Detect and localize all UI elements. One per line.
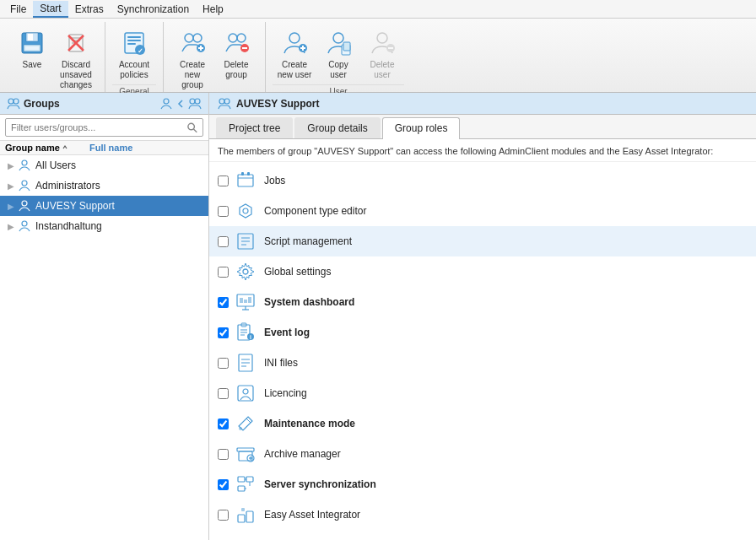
svg-point-30 — [333, 33, 343, 43]
role-label-archive-manager: Archive manager — [264, 448, 341, 460]
menu-help[interactable]: Help — [196, 2, 230, 17]
account-policies-button[interactable]: ✓ Account policies — [112, 25, 156, 83]
tree-expander: ▶ — [5, 202, 17, 211]
menu-file[interactable]: File — [3, 2, 33, 17]
role-item-component-type-editor[interactable]: Component type editor — [209, 196, 756, 226]
role-checkbox-event-log[interactable] — [218, 327, 229, 338]
svg-rect-86 — [246, 477, 253, 482]
delete-group-button[interactable]: Delete group — [214, 25, 258, 83]
svg-point-47 — [219, 99, 224, 104]
svg-point-22 — [229, 34, 237, 42]
svg-rect-4 — [25, 46, 39, 50]
col-headers: Group name Full name — [0, 141, 208, 155]
tab-project-tree[interactable]: Project tree — [216, 117, 293, 138]
role-checkbox-script-management[interactable] — [218, 236, 229, 247]
svg-line-42 — [193, 129, 197, 132]
svg-point-39 — [190, 99, 195, 104]
search-input[interactable] — [11, 122, 186, 132]
create-new-group-button[interactable]: Create new group — [170, 25, 214, 93]
svg-point-23 — [237, 34, 246, 42]
role-item-easy-asset-integrator[interactable]: Easy Asset Integrator — [209, 500, 756, 530]
role-checkbox-licencing[interactable] — [218, 388, 229, 399]
delete-user-button[interactable]: Delete user — [360, 25, 404, 83]
user-icon — [159, 97, 173, 111]
menu-start[interactable]: Start — [33, 1, 68, 18]
svg-text:✓: ✓ — [138, 47, 143, 55]
svg-rect-49 — [238, 175, 253, 186]
discard-button[interactable]: Discard unsaved changes — [54, 25, 98, 93]
role-item-licencing[interactable]: Licencing — [209, 378, 756, 408]
tab-content: The members of group "AUVESY Support" ca… — [209, 139, 756, 540]
role-checkbox-ini-files[interactable] — [218, 358, 229, 369]
role-checkbox-global-settings[interactable] — [218, 267, 229, 278]
role-item-event-log[interactable]: iEvent log — [209, 317, 756, 348]
svg-point-17 — [185, 34, 193, 42]
tree-item-auvesy-support[interactable]: ▶AUVESY Support — [0, 196, 208, 216]
svg-rect-63 — [244, 300, 247, 303]
role-icon-system-dashboard — [234, 290, 257, 314]
tree-list: ▶All Users▶Administrators▶AUVESY Support… — [0, 155, 208, 540]
col-full-name: Full name — [89, 143, 132, 153]
tree-expander: ▶ — [5, 161, 17, 170]
role-item-ini-files[interactable]: INI files — [209, 348, 756, 378]
role-list: JobsComponent type editorScript manageme… — [209, 162, 756, 533]
role-item-system-dashboard[interactable]: System dashboard — [209, 287, 756, 317]
tree-item-administrators[interactable]: ▶Administrators — [0, 176, 208, 196]
menu-extras[interactable]: Extras — [68, 2, 111, 17]
search-row — [0, 115, 208, 141]
role-icon-jobs — [234, 169, 257, 192]
save-button[interactable]: Save — [10, 25, 54, 73]
tree-item-icon — [17, 198, 32, 213]
create-new-user-button[interactable]: Create new user — [273, 25, 316, 83]
main-layout: Groups Group name Ful — [0, 93, 756, 540]
ribbon-group-general: Save Discard unsaved changes General — [3, 22, 105, 92]
left-panel-actions — [159, 97, 202, 111]
groups-label: Groups — [24, 98, 60, 110]
role-item-archive-manager[interactable]: Archive manager — [209, 439, 756, 469]
svg-rect-91 — [241, 508, 245, 511]
tree-item-icon — [17, 178, 32, 193]
tab-group-roles[interactable]: Group roles — [382, 117, 461, 139]
left-panel: Groups Group name Ful — [0, 93, 209, 540]
role-item-server-synchronization[interactable]: Server synchronization — [209, 469, 756, 500]
role-icon-maintenance-mode — [234, 412, 257, 435]
menu-synchronization[interactable]: Synchronization — [111, 2, 196, 17]
role-item-global-settings[interactable]: Global settings — [209, 256, 756, 287]
svg-rect-89 — [238, 515, 245, 522]
arrow-left-icon — [176, 97, 185, 111]
role-label-maintenance-mode: Maintenance mode — [264, 418, 355, 429]
role-icon-easy-asset-integrator — [234, 503, 257, 526]
tree-item-instandhaltung[interactable]: ▶Instandhaltung — [0, 216, 208, 236]
role-item-jobs[interactable]: Jobs — [209, 165, 756, 196]
left-panel-header: Groups — [0, 93, 208, 115]
role-checkbox-component-type-editor[interactable] — [218, 206, 229, 217]
tree-item-label: AUVESY Support — [35, 200, 115, 212]
role-item-script-management[interactable]: Script management — [209, 226, 756, 256]
tree-expander: ▶ — [5, 181, 17, 191]
role-checkbox-jobs[interactable] — [218, 176, 229, 186]
copy-user-button[interactable]: Copy user — [316, 25, 360, 83]
groups-icon2 — [188, 97, 202, 111]
tree-item-icon — [17, 158, 32, 173]
role-checkbox-archive-manager[interactable] — [218, 449, 229, 460]
svg-rect-85 — [238, 477, 245, 482]
groups-icon — [7, 97, 20, 111]
sort-icon — [62, 144, 68, 151]
tree-item-label: All Users — [35, 159, 76, 171]
role-checkbox-easy-asset-integrator[interactable] — [218, 510, 229, 521]
role-icon-server-synchronization — [234, 472, 257, 496]
role-checkbox-maintenance-mode[interactable] — [218, 418, 229, 429]
tree-item-all-users[interactable]: ▶All Users — [0, 155, 208, 176]
svg-rect-2 — [28, 34, 33, 40]
svg-rect-52 — [247, 172, 250, 176]
role-item-maintenance-mode[interactable]: Maintenance mode — [209, 408, 756, 439]
role-icon-script-management — [234, 230, 257, 253]
role-icon-ini-files — [234, 351, 257, 375]
svg-rect-87 — [238, 486, 245, 491]
right-panel-title: AUVESY Support — [236, 98, 319, 110]
role-checkbox-system-dashboard[interactable] — [218, 297, 229, 308]
role-label-component-type-editor: Component type editor — [264, 205, 366, 217]
role-label-licencing: Licencing — [264, 387, 307, 399]
role-checkbox-server-synchronization[interactable] — [218, 479, 229, 490]
tab-group-details[interactable]: Group details — [294, 117, 380, 138]
